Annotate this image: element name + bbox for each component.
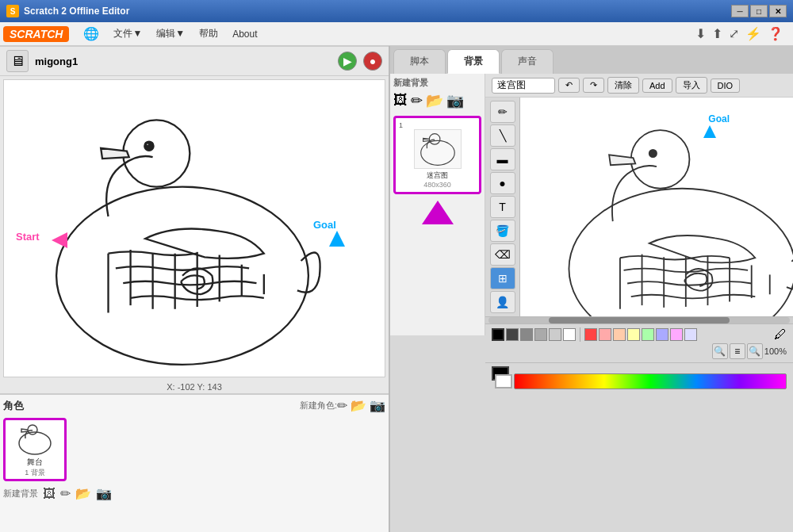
surprise-backdrop-icon[interactable]: 📷 (96, 486, 112, 501)
text-tool[interactable]: T (490, 196, 515, 218)
color-lightgray[interactable] (534, 328, 547, 341)
paint-scrollbar[interactable] (485, 316, 793, 323)
eraser-tool[interactable]: ⌫ (490, 243, 515, 266)
sprite-item[interactable]: 舞台 1 背景 (3, 418, 67, 481)
import-button[interactable]: 导入 (676, 77, 707, 94)
color-lightblue[interactable] (656, 328, 668, 341)
new-backdrop-area: 新建背景 🖼 ✏ 📂 📷 (3, 486, 385, 501)
svg-point-5 (28, 425, 37, 434)
backdrop-item-name: 迷宫图 (427, 170, 448, 181)
zoom-fit-button[interactable]: ≡ (730, 343, 745, 359)
goal-label: Goal (313, 219, 336, 231)
color-lilac[interactable] (684, 328, 697, 341)
paint-goal-arrow (703, 125, 716, 138)
menu-edit[interactable]: 编辑▼ (150, 24, 191, 44)
backdrop-name-input[interactable] (492, 78, 555, 94)
paint-brush-tool[interactable]: ✏ (490, 101, 515, 123)
color-red-stroke[interactable] (584, 328, 597, 341)
svg-point-1 (123, 120, 190, 186)
stamp-tool[interactable]: 👤 (490, 291, 515, 313)
paint-editor: ↶ ↷ 清除 Add 导入 DIO ✏ ╲ ▬ ● T (485, 74, 793, 335)
sprite-panel: 角色 新建角色: ✏ 📂 📷 (0, 393, 389, 532)
upload-backdrop-icon-bottom[interactable]: ✏ (60, 486, 71, 501)
help-icon[interactable]: ❓ (768, 26, 783, 41)
paint-sprite-icon[interactable]: ✏ (337, 398, 347, 413)
color-pink[interactable] (599, 328, 611, 341)
camera-backdrop-icon[interactable]: 📷 (446, 92, 464, 109)
color-black[interactable] (492, 328, 504, 341)
paint-backdrop-icon-bottom[interactable]: 🖼 (43, 487, 56, 501)
paint-header: ↶ ↷ 清除 Add 导入 DIO (485, 74, 793, 98)
zoom-percent: 100% (764, 346, 787, 356)
download-icon[interactable]: ⬇ (695, 26, 706, 41)
new-backdrop-bottom-label: 新建背景 (3, 488, 38, 499)
coordinates-display: X: -102 Y: 143 (0, 381, 389, 393)
close-button[interactable]: ✕ (769, 5, 787, 17)
svg-point-6 (420, 140, 454, 165)
stage-canvas: Start Goal (4, 80, 385, 377)
camera-backdrop-icon-bottom[interactable]: 📂 (75, 486, 91, 501)
extra-button[interactable]: DIO (711, 78, 741, 93)
fill-tool[interactable]: 🪣 (490, 220, 515, 242)
red-stop-button[interactable]: ● (363, 52, 382, 71)
paint-tools-and-canvas: ✏ ╲ ▬ ● T 🪣 ⌫ ⊞ 👤 (485, 98, 793, 316)
upload-backdrop-icon[interactable]: 📂 (426, 92, 443, 109)
turbo-icon[interactable]: ⚡ (745, 26, 761, 41)
color-lightgreen[interactable] (642, 328, 654, 341)
paint-goal-label: Goal (708, 113, 730, 124)
menu-file[interactable]: 文件▼ (107, 24, 148, 44)
tab-scripts[interactable]: 脚本 (393, 49, 446, 74)
color-gray[interactable] (520, 328, 533, 341)
camera-sprite-icon[interactable]: 📷 (370, 398, 385, 413)
up-arrow-icon (422, 201, 454, 224)
stage-icon: 🖥 (6, 50, 29, 72)
color-gradient-bar[interactable] (514, 373, 787, 389)
sprite-count: 1 背景 (25, 468, 45, 478)
color-darkgray[interactable] (506, 328, 519, 341)
menu-about[interactable]: About (226, 25, 263, 43)
add-button[interactable]: Add (642, 78, 672, 93)
clear-button[interactable]: 清除 (607, 77, 639, 94)
color-yellow[interactable] (627, 328, 640, 341)
globe-menu[interactable]: 🌐 (77, 23, 105, 44)
line-tool[interactable]: ╲ (490, 124, 515, 147)
redo-button[interactable]: ↷ (583, 78, 604, 93)
green-flag-button[interactable]: ▶ (338, 52, 357, 71)
circle-tool[interactable]: ● (490, 172, 515, 194)
color-lavender[interactable] (670, 328, 683, 341)
tab-sounds[interactable]: 声音 (501, 49, 554, 74)
edit-backdrop-icon[interactable]: ✏ (411, 92, 423, 109)
menu-help[interactable]: 帮助 (193, 24, 224, 44)
color-gradient-row (485, 362, 793, 400)
upload-sprite-icon[interactable]: 📂 (351, 398, 366, 413)
sprite-panel-title: 角色 (3, 399, 300, 413)
color-white[interactable] (563, 328, 576, 341)
zoom-out-button[interactable]: 🔍 (712, 343, 728, 359)
minimize-button[interactable]: ─ (731, 5, 749, 17)
upload-icon[interactable]: ⬆ (712, 26, 722, 41)
maximize-button[interactable]: □ (750, 5, 768, 17)
paint-canvas-area: Goal (520, 98, 793, 316)
fullscreen-icon[interactable]: ⤢ (729, 26, 739, 41)
color-silver[interactable] (549, 328, 561, 341)
color-peach[interactable] (613, 328, 626, 341)
scrollbar-thumb[interactable] (549, 317, 730, 323)
paint-eyedropper-icon[interactable]: 🖊 (774, 327, 787, 342)
sprite-name-display: migong1 (35, 55, 331, 67)
paint-backdrop-icon[interactable]: 🖼 (393, 92, 408, 109)
zoom-in-button[interactable]: 🔍 (747, 343, 763, 359)
stage-controls: 🖥 migong1 ▶ ● (0, 46, 389, 76)
backdrop-thumb-item[interactable]: 1 迷宫图 480x360 (393, 116, 481, 194)
backdrop-list: 新建背景 🖼 ✏ 📂 📷 1 (390, 74, 485, 335)
tab-backgrounds[interactable]: 背景 (447, 49, 500, 74)
rect-tool[interactable]: ▬ (490, 148, 515, 170)
background-color-picker[interactable] (495, 374, 512, 388)
window-title: Scratch 2 Offline Editor (24, 6, 731, 17)
sprite-thumb-svg (13, 421, 57, 457)
undo-button[interactable]: ↶ (558, 78, 580, 93)
svg-point-3 (146, 143, 149, 146)
left-panel: 🖥 migong1 ▶ ● (0, 46, 389, 532)
select-tool[interactable]: ⊞ (490, 267, 515, 289)
scrollbar-track (488, 317, 790, 323)
sprite-name-label: 舞台 (27, 457, 43, 468)
